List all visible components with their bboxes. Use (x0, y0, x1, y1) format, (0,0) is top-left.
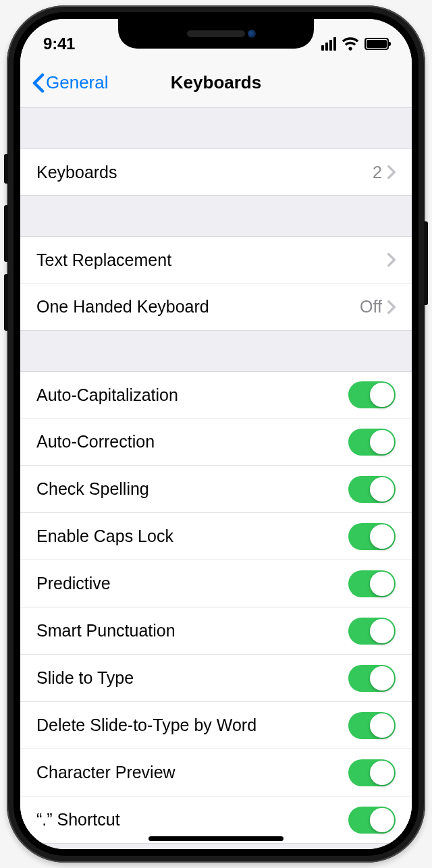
toggle-knob (370, 761, 394, 785)
toggle-knob (370, 524, 394, 549)
home-indicator[interactable] (148, 836, 284, 841)
toggle-slide-to-type[interactable] (348, 665, 396, 692)
row-auto-capitalization[interactable]: Auto-Capitalization (20, 371, 412, 418)
row-text-replacement[interactable]: Text Replacement (20, 236, 412, 283)
chevron-right-icon (387, 165, 396, 179)
row-label: Auto-Capitalization (36, 385, 348, 405)
toggle-knob (370, 477, 394, 501)
chevron-right-icon (387, 253, 396, 267)
row-label: Text Replacement (36, 250, 387, 270)
side-button-power (424, 221, 428, 305)
row-character-preview[interactable]: Character Preview (20, 749, 412, 796)
row-label: Slide to Type (36, 668, 348, 688)
side-button-vol-down (4, 274, 8, 331)
row-label: One Handed Keyboard (36, 297, 360, 317)
device-frame: 9:41 (7, 5, 425, 863)
status-right (321, 37, 389, 51)
row-label: “.” Shortcut (36, 810, 348, 830)
row-keyboards[interactable]: Keyboards2 (20, 148, 412, 196)
toggle-knob (370, 713, 394, 738)
row-one-handed[interactable]: One Handed KeyboardOff (20, 283, 412, 331)
side-button-vol-up (4, 205, 8, 262)
section-gap (20, 331, 412, 371)
side-button-silent (4, 154, 8, 184)
row-enable-caps-lock[interactable]: Enable Caps Lock (20, 513, 412, 560)
row-auto-correction[interactable]: Auto-Correction (20, 418, 412, 466)
toggle-predictive[interactable] (348, 570, 396, 597)
notch (118, 19, 314, 49)
toggle-auto-capitalization[interactable] (348, 381, 396, 408)
status-time: 9:41 (43, 34, 75, 53)
row-delete-slide-word[interactable]: Delete Slide-to-Type by Word (20, 702, 412, 749)
row-label: Enable Caps Lock (36, 526, 348, 546)
row-label: Character Preview (36, 763, 348, 782)
toggle-auto-correction[interactable] (348, 429, 396, 456)
toggle-knob (370, 430, 394, 454)
toggle-knob (370, 383, 394, 407)
row-check-spelling[interactable]: Check Spelling (20, 466, 412, 513)
row-slide-to-type[interactable]: Slide to Type (20, 655, 412, 702)
row-label: Smart Punctuation (36, 621, 348, 641)
wifi-icon (342, 37, 359, 51)
toggle-enable-caps-lock[interactable] (348, 523, 396, 550)
section-gap (20, 196, 412, 236)
toggle-character-preview[interactable] (348, 759, 396, 786)
toggle-knob (370, 572, 394, 596)
nav-bar: General Keyboards (20, 58, 412, 108)
toggle-knob (370, 808, 394, 832)
row-label: Keyboards (36, 163, 373, 182)
back-button[interactable]: General (32, 72, 109, 93)
row-label: Auto-Correction (36, 432, 348, 452)
section-gap (20, 108, 412, 148)
toggle-period-shortcut[interactable] (348, 807, 396, 834)
device-bezel: 9:41 (14, 12, 418, 856)
toggle-check-spelling[interactable] (348, 476, 396, 503)
row-value: Off (360, 297, 382, 317)
row-label: Check Spelling (36, 479, 348, 499)
content-scroll[interactable]: Keyboards2Text ReplacementOne Handed Key… (20, 108, 412, 849)
speaker-grill (187, 30, 245, 37)
cell-signal-icon (321, 37, 336, 51)
row-label: Delete Slide-to-Type by Word (36, 715, 348, 735)
front-camera (248, 30, 256, 38)
row-predictive[interactable]: Predictive (20, 560, 412, 607)
back-label: General (46, 72, 109, 93)
battery-icon (364, 38, 389, 50)
row-value: 2 (373, 163, 382, 182)
toggle-delete-slide-word[interactable] (348, 712, 396, 739)
toggle-knob (370, 619, 394, 643)
row-smart-punctuation[interactable]: Smart Punctuation (20, 607, 412, 655)
chevron-right-icon (387, 300, 396, 314)
chevron-left-icon (32, 73, 45, 93)
row-label: Predictive (36, 574, 348, 593)
toggle-smart-punctuation[interactable] (348, 618, 396, 645)
toggle-knob (370, 666, 394, 690)
screen: 9:41 (20, 19, 412, 849)
